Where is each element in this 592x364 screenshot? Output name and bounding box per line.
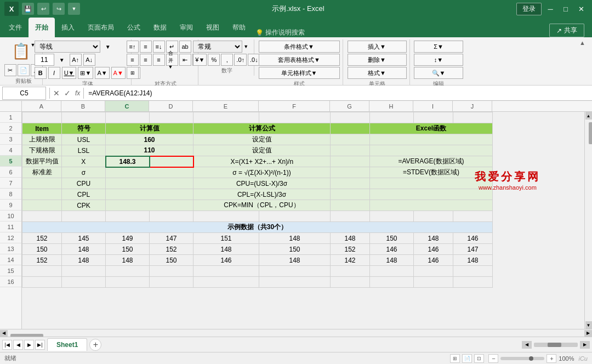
cell-H1[interactable] <box>370 112 414 123</box>
cell-G2[interactable] <box>331 123 370 134</box>
minimize-button[interactable]: ─ <box>544 3 557 15</box>
cell-C3[interactable]: 160 <box>106 134 193 145</box>
cell-C4[interactable]: 110 <box>106 145 193 156</box>
cell-A14[interactable]: 152 <box>22 255 62 266</box>
login-button[interactable]: 登录 <box>516 3 542 15</box>
cell-F13[interactable]: 150 <box>259 244 331 255</box>
cell-C13[interactable]: 150 <box>106 244 150 255</box>
cell-A16[interactable] <box>22 277 62 288</box>
row-num-10[interactable]: 10 <box>0 211 21 221</box>
cell-H15[interactable] <box>370 266 414 277</box>
table-format-button[interactable]: 套用表格格式▼ <box>259 54 340 66</box>
tab-home[interactable]: 开始 <box>29 18 55 37</box>
row-num-3[interactable]: 3 <box>0 134 21 145</box>
conditional-format-button[interactable]: 条件格式▼ <box>259 41 340 53</box>
tab-formulas[interactable]: 公式 <box>121 18 147 37</box>
row-num-6[interactable]: 6 <box>0 167 21 178</box>
redo-icon[interactable]: ↪ <box>53 3 65 15</box>
h-scroll-tab-track[interactable] <box>534 343 578 347</box>
increase-font-button[interactable]: A↑ <box>70 54 82 66</box>
delete-cells-button[interactable]: 删除▼ <box>348 54 407 66</box>
tab-page-layout[interactable]: 页面布局 <box>81 18 121 37</box>
cell-A8[interactable] <box>22 189 62 200</box>
cell-F14[interactable]: 148 <box>259 255 331 266</box>
cell-G14[interactable]: 142 <box>331 255 370 266</box>
quick-access-more-icon[interactable]: ▼ <box>68 3 80 15</box>
cell-E5[interactable]: X=(X1+ X2+...+ Xn)/n <box>193 156 331 167</box>
cell-B14[interactable]: 148 <box>62 255 106 266</box>
align-top-button[interactable]: ≡↑ <box>127 41 139 53</box>
sheet-tab-sheet1[interactable]: Sheet1 <box>47 338 87 351</box>
h-scroll-tab-left[interactable]: ◀ <box>522 341 532 349</box>
tab-insert[interactable]: 插入 <box>55 18 81 37</box>
percent-button[interactable]: % <box>208 54 220 66</box>
horizontal-scrollbar[interactable]: ◀ ▶ <box>0 329 592 337</box>
sheet-nav-next[interactable]: ▶ <box>24 340 34 350</box>
comma-button[interactable]: , <box>221 54 233 66</box>
cell-B13[interactable]: 148 <box>62 244 106 255</box>
cell-C9[interactable] <box>106 200 193 211</box>
merge-button[interactable]: 合并▼ <box>166 54 178 66</box>
cell-C10[interactable] <box>106 211 150 222</box>
cell-C1[interactable] <box>106 112 150 123</box>
cell-B16[interactable] <box>62 277 106 288</box>
normal-view-button[interactable]: ⊞ <box>450 354 460 363</box>
cell-C5[interactable]: 148.3 <box>106 156 150 167</box>
save-icon[interactable]: 💾 <box>22 3 34 15</box>
cell-C16[interactable] <box>106 277 150 288</box>
zoom-out-button[interactable]: − <box>488 354 498 363</box>
cell-E4[interactable]: 设定值 <box>193 145 331 156</box>
align-center-button[interactable]: ≡ <box>140 54 152 66</box>
cell-D16[interactable] <box>150 277 193 288</box>
cell-B15[interactable] <box>62 266 106 277</box>
row-num-12[interactable]: 12 <box>0 232 21 243</box>
bold-button[interactable]: B <box>35 67 47 79</box>
cell-style-button[interactable]: 单元格样式▼ <box>259 67 340 79</box>
cell-H7[interactable] <box>370 178 493 189</box>
cell-E6[interactable]: σ = √(Σ(Xi-X)²/(n-1)) <box>193 167 331 178</box>
cell-H8[interactable] <box>370 189 493 200</box>
search-box[interactable]: 💡 操作说明搜索 <box>255 28 305 37</box>
cell-I15[interactable] <box>414 266 453 277</box>
cell-E1[interactable] <box>193 112 259 123</box>
undo-icon[interactable]: ↩ <box>37 3 49 15</box>
border-button[interactable]: ⊞▼ <box>78 67 93 79</box>
h-scroll-thumb[interactable] <box>10 334 43 337</box>
zoom-in-button[interactable]: + <box>547 354 556 363</box>
cell-D13[interactable]: 152 <box>150 244 193 255</box>
cell-C12[interactable]: 149 <box>106 233 150 244</box>
h-scroll-tab-thumb[interactable] <box>548 343 561 347</box>
tab-file[interactable]: 文件 <box>2 18 29 37</box>
cell-G5[interactable] <box>331 156 370 167</box>
zoom-slider[interactable] <box>500 357 544 360</box>
cell-A5[interactable]: 数据平均值 <box>22 156 62 167</box>
number-format-select[interactable]: 常规 <box>193 41 242 53</box>
cell-D14[interactable]: 150 <box>150 255 193 266</box>
tab-help[interactable]: 帮助 <box>226 18 252 37</box>
cut-button[interactable]: ✂ <box>4 64 16 76</box>
cell-H13[interactable]: 146 <box>370 244 414 255</box>
cell-G1[interactable] <box>331 112 370 123</box>
tab-review[interactable]: 审阅 <box>173 18 200 37</box>
cell-H4[interactable] <box>370 145 493 156</box>
cell-H14[interactable]: 148 <box>370 255 414 266</box>
cell-I10[interactable] <box>414 211 453 222</box>
orientation-button[interactable]: ab <box>179 41 191 53</box>
sheet-nav-first[interactable]: |◀ <box>2 340 12 350</box>
cell-B9[interactable]: CPK <box>62 200 106 211</box>
cell-G9[interactable] <box>331 200 370 211</box>
cell-J16[interactable] <box>453 277 493 288</box>
tab-data[interactable]: 数据 <box>147 18 173 37</box>
col-header-B[interactable]: B <box>61 101 105 111</box>
cell-G16[interactable] <box>331 277 370 288</box>
row-num-16[interactable]: 16 <box>0 276 21 287</box>
cell-G8[interactable] <box>331 189 370 200</box>
cell-C7[interactable] <box>106 178 193 189</box>
cell-E12[interactable]: 151 <box>193 233 259 244</box>
cell-B5[interactable]: X <box>62 156 106 167</box>
formula-input[interactable]: =AVERAGE(A12:J14) <box>85 89 592 97</box>
cell-B6[interactable]: σ <box>62 167 106 178</box>
cell-F15[interactable] <box>259 266 331 277</box>
page-break-view-button[interactable]: ⊡ <box>474 354 484 363</box>
row-num-14[interactable]: 14 <box>0 254 21 265</box>
